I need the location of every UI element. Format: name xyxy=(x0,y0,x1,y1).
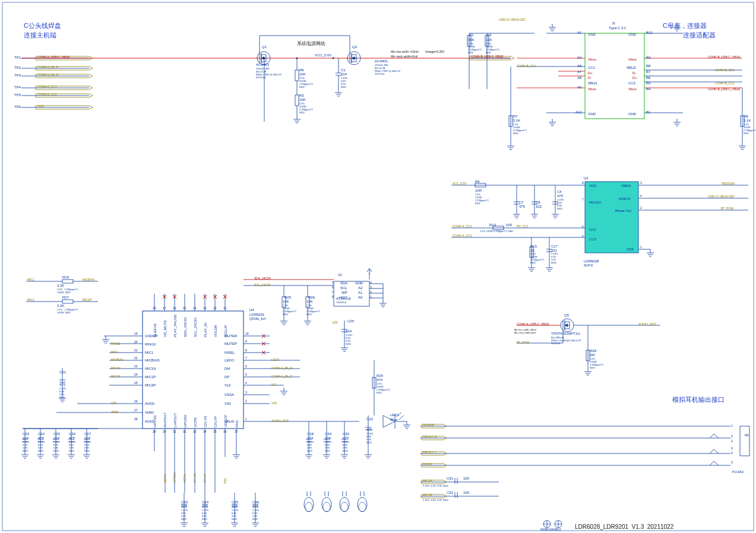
q2-pn: AO3401 xyxy=(375,59,388,63)
marks: MARK1MARK2 xyxy=(540,528,561,531)
j1-b12: B12 xyxy=(646,31,653,34)
jack-hpl: HPOUT_L xyxy=(423,450,436,454)
u3-p3: 3 xyxy=(370,285,372,289)
r19-tol: 2.5% 2.200ppm/°C 1/10W 0402 xyxy=(57,288,78,294)
u4-pn: LDR9201 xyxy=(249,313,264,316)
q2-spec: 150mΩ -30V |Id| =4.2A |Wds| 72W/2 @ 4A,4… xyxy=(375,64,400,75)
r8-tol: 2.5% 1/10W 2.200ppm/°C 0402 xyxy=(744,123,756,135)
r6-val: 10K xyxy=(299,72,306,76)
c20-ref: C20 xyxy=(347,319,354,323)
c17-spec: 2.10% 6.3V X7R 0402 xyxy=(551,252,558,264)
tp3-net: CONN-A_D6_N xyxy=(37,73,58,77)
j1-vbus4: Vbus xyxy=(628,87,637,91)
u3-p6: 6 xyxy=(332,285,334,289)
j1-dp: D+ xyxy=(588,71,593,75)
c32-ref: C32 xyxy=(447,491,453,494)
j1-a1: A1 xyxy=(577,31,581,34)
r28-tol: 2.5% 1/10W 2.200ppm/°C 0402 xyxy=(590,357,603,369)
micbias-net: MICBIAS xyxy=(83,278,95,281)
r25-val: 10K xyxy=(283,300,289,303)
c31-val: 105 xyxy=(463,477,469,480)
j1-cc1: CC1 xyxy=(588,66,595,69)
c1-spec: 2.10% 6.3V X7R 0402 xyxy=(341,77,347,88)
c33-spec: 2.10% 6.3V X7R 0402 xyxy=(181,509,188,521)
q5-in: CONN-A_USB-C_VBUS xyxy=(517,322,549,326)
r3-tol: 2.5% 1/10W 2.200ppm/°C 0402 xyxy=(299,102,313,114)
vbus-note1: Min line width =10mil Voltage=5.25V xyxy=(391,50,444,53)
c21-ref: C21 xyxy=(59,370,66,374)
r15-ref: R15 xyxy=(530,245,537,248)
q5-pn: TPNTK3139PT1G xyxy=(551,332,580,335)
j1-b7: B7 xyxy=(646,70,650,74)
r2-ref: R2 xyxy=(487,33,492,37)
c30-val: 475 xyxy=(343,436,349,440)
r2-tol: 2.5% 1/10W 2.200ppm/°C 0402 xyxy=(486,42,499,54)
u3-p7: 7 xyxy=(332,290,334,294)
j1-ref: J1 xyxy=(612,21,615,25)
r1-ref: R1 xyxy=(469,33,474,37)
q2-ref: Q2 xyxy=(352,45,357,49)
jack-p5: 5 xyxy=(731,434,733,438)
p33-net: p33 xyxy=(333,321,337,324)
tp1-net: CONN-A_USB-C_VBUS xyxy=(37,55,69,59)
c35-val: 105 xyxy=(232,505,238,508)
u1-cc1net: CONN-A_CC1 xyxy=(453,224,472,228)
svg-marker-137 xyxy=(383,415,395,427)
c32-tol: 2.10% 6.3V X7R 0402 xyxy=(423,499,448,502)
u1-vss: VSS xyxy=(627,248,634,251)
r27-tol: 2.5% 2.200ppm/°C 1/10W 0402 xyxy=(57,308,78,314)
tp2: TP2 xyxy=(14,66,21,69)
j1-sbu2: SBU2 xyxy=(627,66,636,69)
r13-tol: 2.5% 1/10W 2.200ppm/°C 0402 xyxy=(480,230,513,233)
j1-dp2: D+ xyxy=(632,76,637,80)
r26-tol: 2.5% 1/10W 2.200ppm/°C 0402 xyxy=(306,304,320,316)
j1-cc2: CC2 xyxy=(628,81,635,85)
r19-ref: R19 xyxy=(62,275,69,279)
u3-scl: SCL xyxy=(340,286,347,290)
tp6-net: GND xyxy=(37,104,44,108)
u3-p4: 4 xyxy=(370,281,372,284)
u1-p1: 1 xyxy=(640,245,642,249)
c33-val: 475 xyxy=(181,505,187,508)
u3-a0: A0 xyxy=(358,296,362,299)
c28-val: 103 xyxy=(307,436,313,440)
connb-vbus: CONN-B_USB-C_VBUS xyxy=(708,55,740,59)
c-plug-title: C公头线焊盘 xyxy=(24,21,61,30)
jack-ring2: RING2 xyxy=(423,462,432,466)
r26-ref: R26 xyxy=(308,296,315,299)
tp5-net: CONN-A_CC2 xyxy=(37,93,57,96)
c29-val: 106 xyxy=(325,436,331,440)
c17-ref: C17 xyxy=(551,245,558,248)
c4-spec: 2.10% 6.3V X7R 0402 xyxy=(557,198,564,210)
j1-gnd4: GND xyxy=(628,112,636,116)
c20-spec: 2.10% 6.3V X7R 0402 xyxy=(346,334,352,345)
u1-cc1: CC1 xyxy=(589,228,596,231)
u1-ref: U1 xyxy=(584,176,589,180)
r28-ref: R28 xyxy=(590,349,596,353)
c1-val: 104 xyxy=(341,72,347,76)
sys-pwr-label: 系统电源网络 xyxy=(297,40,325,47)
r13-ref: R13 xyxy=(489,223,496,227)
connb-vbus-net: CONN-B_USB-C_VBUS xyxy=(471,55,503,58)
u1-p3: 3 xyxy=(640,181,642,185)
tp5: TP5 xyxy=(14,93,21,97)
c31-ref: C31 xyxy=(447,477,453,480)
u1-btpow: BT_POW xyxy=(721,207,733,210)
jack-p2: 2 xyxy=(731,439,733,443)
connb-cc2: CONN-B_CC2 xyxy=(715,81,735,85)
u3-ref: U3 xyxy=(338,273,341,277)
r29-val: 470 xyxy=(377,378,382,382)
r2-val: 12K xyxy=(486,38,492,42)
u1-det: USB-C1-VBUS-DET xyxy=(708,195,735,198)
c35-spec: 2.10% 6.3V X7R 0402 xyxy=(232,509,238,521)
c30-ref: C30 xyxy=(343,432,349,436)
tp4: TP4 xyxy=(14,85,21,89)
j1-a9: A9 xyxy=(577,85,581,89)
j1-a8: A8 xyxy=(577,76,581,80)
u1-p7: 7 xyxy=(582,198,584,201)
c22-val: 475 xyxy=(366,428,372,432)
vbus-det-net: USB-C1-VBUS-DET xyxy=(499,18,526,21)
jack-mic: Mic xyxy=(745,433,749,437)
u3-vcc: VCC xyxy=(340,296,347,299)
u1-vdet: VDET0 xyxy=(619,197,630,201)
